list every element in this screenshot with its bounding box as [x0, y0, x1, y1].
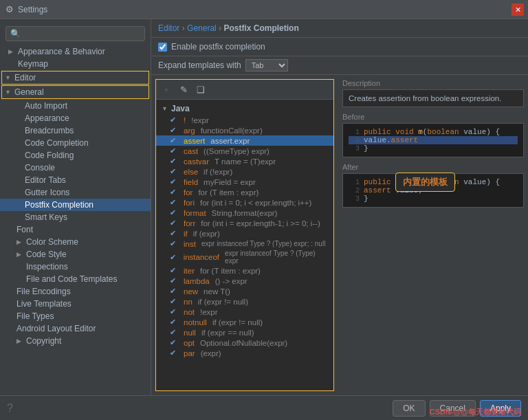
- java-section-header: ▼ Java: [156, 102, 333, 115]
- sidebar-item-gutter-icons[interactable]: Gutter Icons: [0, 186, 151, 199]
- sidebar-item-android-layout[interactable]: Android Layout Editor: [0, 322, 151, 335]
- template-item-format[interactable]: ✔ format String.format(expr): [156, 208, 333, 218]
- template-item-opt[interactable]: ✔ opt Optional.ofNullable(expr): [156, 338, 333, 348]
- before-section: Before 1 public void m(boolean value) { …: [342, 113, 524, 157]
- arrow-icon: ▼: [5, 74, 12, 81]
- breadcrumb-current: Postfix Completion: [223, 23, 298, 33]
- watermark: CSDN-@@每天都要敲代码: [430, 407, 521, 417]
- check-icon: ✔: [170, 188, 179, 197]
- sidebar-item-editor[interactable]: ▼ Editor: [1, 71, 149, 85]
- sidebar-item-label: Keymap: [18, 59, 48, 69]
- template-item-iter[interactable]: ✔ iter for (T item : expr): [156, 265, 333, 276]
- help-icon[interactable]: ?: [7, 402, 13, 415]
- template-item-cast[interactable]: ✔ cast ((SomeType) expr): [156, 146, 333, 156]
- sidebar-item-file-encodings[interactable]: File Encodings: [0, 285, 151, 298]
- template-item-forr[interactable]: ✔ forr for (int i = expr.length-1; i >= …: [156, 218, 333, 228]
- template-item-new[interactable]: ✔ new new T(): [156, 286, 333, 296]
- sidebar-item-auto-import[interactable]: Auto Import: [0, 100, 151, 112]
- sidebar-item-editor-tabs[interactable]: Editor Tabs: [0, 174, 151, 186]
- sidebar-item-code-style[interactable]: ▶ Code Style: [0, 248, 151, 261]
- sidebar-item-appearance[interactable]: ▶ Appearance & Behavior: [0, 45, 151, 58]
- template-item-null[interactable]: ✔ null if (expr == null): [156, 327, 333, 338]
- java-arrow-icon: ▼: [162, 105, 168, 112]
- template-item-fori[interactable]: ✔ fori for (int i = 0; i < expr.length; …: [156, 197, 333, 208]
- check-icon: ✔: [170, 126, 179, 135]
- sidebar-item-code-completion[interactable]: Code Completion: [0, 137, 151, 149]
- sidebar-item-label: Console: [25, 163, 55, 173]
- sidebar-item-keymap[interactable]: Keymap: [0, 58, 151, 70]
- before-label: Before: [342, 113, 524, 121]
- sidebar-item-label: Postfix Completion: [25, 200, 94, 210]
- close-button[interactable]: ✕: [512, 3, 524, 16]
- template-item-arg[interactable]: ✔ arg functionCall(expr): [156, 125, 333, 135]
- template-item-nn[interactable]: ✔ nn if (expr != null): [156, 296, 333, 307]
- check-icon: ✔: [170, 253, 179, 262]
- sidebar-item-label: Code Folding: [25, 151, 74, 160]
- template-item-if[interactable]: ✔ if if (expr): [156, 228, 333, 239]
- sidebar-item-label: Editor: [14, 73, 36, 82]
- sidebar-item-inspections[interactable]: Inspections: [0, 261, 151, 273]
- breadcrumb-general: General: [187, 23, 217, 33]
- template-item-for[interactable]: ✔ for for (T item : expr): [156, 187, 333, 197]
- check-icon: ✔: [170, 146, 179, 155]
- template-item-inst[interactable]: ✔ inst expr instanceof Type ? (Type) exp…: [156, 239, 333, 249]
- sidebar-item-code-folding[interactable]: Code Folding: [0, 149, 151, 162]
- copy-button[interactable]: ❑: [193, 82, 208, 97]
- sidebar-item-label: Live Templates: [16, 299, 72, 309]
- enable-row: Enable postfix completion: [151, 38, 528, 56]
- template-toolbar: + ✎ ❑: [156, 80, 333, 100]
- template-item-field[interactable]: ✔ field myField = expr: [156, 177, 333, 187]
- template-item-lambda[interactable]: ✔ lambda () -> expr: [156, 276, 333, 286]
- sidebar-item-color-scheme[interactable]: ▶ Color Scheme: [0, 236, 151, 248]
- description-label: Description: [342, 79, 524, 87]
- template-item-notnull[interactable]: ✔ notnull if (expr != null): [156, 317, 333, 327]
- content-area: Editor › General › Postfix Completion En…: [151, 19, 528, 395]
- sidebar-item-file-types[interactable]: File Types: [0, 310, 151, 322]
- sidebar-item-label: General: [14, 87, 44, 97]
- spacer: [16, 276, 23, 283]
- template-item-not[interactable]: ✔ ! !expr: [156, 115, 333, 125]
- sidebar-item-breadcrumbs[interactable]: Breadcrumbs: [0, 124, 151, 137]
- add-button[interactable]: +: [159, 82, 174, 97]
- sidebar-item-label: File Types: [16, 311, 54, 321]
- title-bar: ⚙ Settings ✕: [0, 0, 528, 19]
- template-panel: + ✎ ❑ ▼ Java ✔ ! !expr: [155, 79, 334, 391]
- expand-select[interactable]: Tab Space Enter: [245, 59, 288, 71]
- template-item-instanceof[interactable]: ✔ instanceof expr instanceof Type ? (Typ…: [156, 249, 333, 265]
- ok-button[interactable]: OK: [393, 400, 425, 417]
- breadcrumb: Editor › General › Postfix Completion: [151, 19, 528, 38]
- check-icon: ✔: [170, 297, 179, 306]
- sidebar-item-font[interactable]: Font: [0, 223, 151, 236]
- code-line-1: 1 public void m(boolean value) {: [349, 128, 518, 136]
- template-item-else[interactable]: ✔ else if (!expr): [156, 166, 333, 177]
- sidebar-item-live-templates[interactable]: Live Templates: [0, 298, 151, 310]
- template-item-par[interactable]: ✔ par (expr): [156, 348, 333, 358]
- check-icon: ✔: [170, 276, 179, 285]
- sidebar-item-appearance2[interactable]: Appearance: [0, 112, 151, 124]
- arrow-icon: ▶: [8, 48, 15, 55]
- expand-row: Expand templates with Tab Space Enter: [151, 56, 528, 75]
- search-input[interactable]: [6, 26, 145, 41]
- sidebar-item-label: Code Completion: [25, 138, 89, 148]
- sidebar-item-label: Copyright: [26, 336, 61, 346]
- sidebar-item-postfix-completion[interactable]: Postfix Completion: [0, 199, 151, 211]
- check-icon: ✔: [170, 307, 179, 316]
- sidebar-item-smart-keys[interactable]: Smart Keys: [0, 211, 151, 223]
- sidebar-item-label: File Encodings: [16, 287, 71, 296]
- sidebar-item-console[interactable]: Console: [0, 162, 151, 174]
- check-icon: ✔: [170, 318, 179, 327]
- enable-checkbox[interactable]: [158, 43, 167, 52]
- template-item-castvar[interactable]: ✔ castvar T name = (T)expr: [156, 156, 333, 166]
- sidebar-item-copyright[interactable]: ▶ Copyright: [0, 335, 151, 347]
- check-icon: ✔: [170, 229, 179, 238]
- check-icon: ✔: [170, 219, 179, 228]
- sidebar-item-file-code-templates[interactable]: File and Code Templates: [0, 273, 151, 285]
- breadcrumb-editor: Editor: [158, 23, 179, 33]
- template-item-not[interactable]: ✔ not !expr: [156, 307, 333, 317]
- template-item-assert[interactable]: ✔ assert assert.expr: [156, 135, 333, 146]
- edit-button[interactable]: ✎: [176, 82, 191, 97]
- spacer: [16, 263, 23, 270]
- check-icon: ✔: [170, 239, 179, 248]
- check-icon: ✔: [170, 177, 179, 186]
- sidebar-item-general[interactable]: ▼ General: [1, 85, 149, 99]
